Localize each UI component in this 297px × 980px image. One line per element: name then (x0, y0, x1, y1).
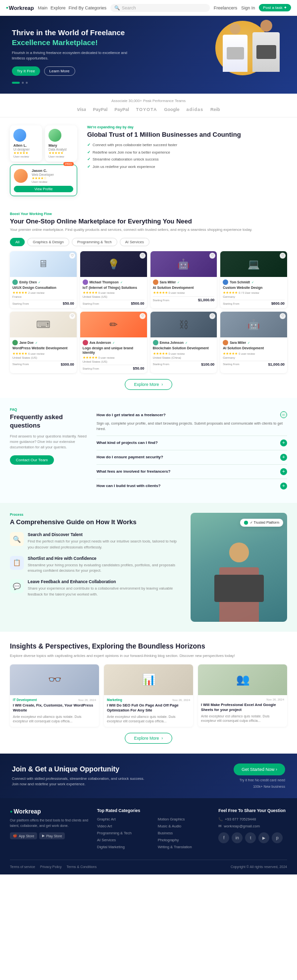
footer-terms-conditions-link[interactable]: Terms & Conditions (67, 865, 97, 869)
learn-more-button[interactable]: Learn More (44, 66, 75, 76)
footer-link-motion[interactable]: Motion Graphics (158, 817, 211, 821)
how-title: A Comprehensive Guide on How It Works (10, 518, 183, 527)
blog-cat-2: Marketing (107, 698, 122, 702)
service-grid-row1: ♡ 🖥 Emily Chen ✓ UI/UX Design Consultati… (10, 251, 287, 308)
insights-explore-button[interactable]: Explore More › (125, 733, 172, 744)
nav-categories[interactable]: Find By Categories (68, 5, 106, 10)
category-tabs: All Graphics & Design Programming & Tech… (10, 238, 287, 246)
step-1-icon: 🔍 (10, 532, 24, 546)
process-tag: Process (10, 513, 183, 516)
service-card-3[interactable]: ♡ 🤖 Sara Miller ✓ AI Solution Developmen… (150, 251, 217, 308)
blog-img-2: 📊 (104, 664, 193, 695)
step-2-title: Shortlist and Hire with Confidence (28, 556, 183, 561)
footer-link-music[interactable]: Music & Audio (158, 824, 211, 828)
nav-explore[interactable]: Explore (50, 5, 66, 10)
footer-terms-link[interactable]: Terms of service (10, 865, 35, 869)
play-store-button[interactable]: ▶ Play Store (39, 832, 65, 839)
social-youtube[interactable]: ▶ (258, 832, 269, 843)
insights-description: Explore diverse topics with captivating … (10, 653, 287, 658)
footer-link-photography[interactable]: Photography (158, 838, 211, 842)
trust-cards: Allen L. Ui designer ★★★★★ User review M… (10, 125, 79, 196)
nav-main[interactable]: Main (38, 5, 48, 10)
footer-privacy-link[interactable]: Privacy Policy (40, 865, 62, 869)
explore-more-button[interactable]: Explore More › (125, 379, 172, 390)
service-card-7[interactable]: ♡ ⛓ Emma Johnson ✓ Blockchain Solution D… (150, 312, 217, 373)
verified-8: ✓ (248, 341, 250, 344)
service-card-5[interactable]: ♡ ⌨ Jane Doe ✓ WordPress Website Develop… (10, 312, 77, 373)
footer-link-business[interactable]: Business (158, 831, 211, 835)
tab-graphics[interactable]: Graphics & Design (27, 238, 69, 246)
price-6: $50.00 (133, 366, 145, 371)
freelancers-dropdown[interactable]: Freelancers (214, 5, 238, 10)
service-card-2[interactable]: ♡ 💡 Michael Thompson ✓ IoT (Internet of … (80, 251, 147, 308)
faq-toggle-1[interactable]: − (280, 411, 287, 418)
dot-1 (12, 82, 20, 84)
footer-link-programming[interactable]: Programming & Tech (97, 831, 150, 835)
post-task-button[interactable]: Post a task ✦ (259, 4, 291, 11)
social-twitter[interactable]: t (245, 832, 256, 843)
trust-section: Allen L. Ui designer ★★★★★ User review M… (0, 117, 297, 204)
trust-title: Global Trust of 1 Million Businesses and… (87, 131, 287, 139)
try-free-button[interactable]: Try It Free (12, 66, 40, 76)
brand-paypal-1: PayPal (93, 107, 108, 112)
footer-link-ai[interactable]: AI Services (97, 838, 150, 842)
tab-all[interactable]: All (10, 238, 25, 246)
faq-toggle-3[interactable]: + (280, 454, 287, 461)
nav-search[interactable]: 🔍 Search (110, 4, 210, 12)
blog-img-1: 👓 (10, 664, 99, 695)
faq-toggle-4[interactable]: + (280, 468, 287, 475)
faq-item-1[interactable]: How do I get started as a freelancer? − … (97, 408, 287, 436)
apple-icon: 🍎 (13, 834, 17, 838)
get-started-button[interactable]: Get Started Now › (234, 763, 285, 775)
faq-question-1: How do I get started as a freelancer? (97, 413, 277, 417)
service-card-1[interactable]: ♡ 🖥 Emily Chen ✓ UI/UX Design Consultati… (10, 251, 77, 308)
faq-item-5[interactable]: How can I build trust with clients? + (97, 479, 287, 493)
avatar-mary (49, 129, 61, 142)
signin-link[interactable]: Sign In (241, 5, 255, 10)
verified-4: ✓ (251, 280, 254, 284)
service-card-8[interactable]: ♡ 🤖 Sara Miller ✓ AI Solution Developmen… (220, 312, 287, 373)
step-3: 💬 Leave Feedback and Enhance Collaborati… (10, 579, 183, 597)
tab-ai[interactable]: AI Services (120, 238, 149, 246)
social-pinterest[interactable]: p (272, 832, 283, 843)
contact-team-button[interactable]: Contact Our Team (10, 455, 54, 465)
blog-card-2[interactable]: 📊 Marketing Nov 26, 2024 I Will Do SEO F… (104, 664, 193, 727)
name-allen: Allen L. (13, 143, 39, 148)
insights-section: Insights & Perspectives, Exploring the B… (0, 632, 297, 754)
faq-toggle-2[interactable]: + (280, 439, 287, 446)
expanding-tag: We're expanding day by day (87, 125, 287, 129)
step-3-text: Leave Feedback and Enhance Collaboration… (28, 579, 183, 597)
cta-left: Join & Get a Unique Opportunity Connect … (12, 765, 228, 787)
social-facebook[interactable]: f (218, 832, 229, 843)
footer-link-graphic-art[interactable]: Graphic Art (97, 817, 150, 821)
social-linkedin[interactable]: in (232, 832, 243, 843)
footer-link-video-art[interactable]: Video Art (97, 824, 150, 828)
step-2-text: Shortlist and Hire with Confidence Strea… (28, 556, 183, 574)
hero-buttons: Try It Free Learn More (12, 66, 136, 76)
faq-toggle-5[interactable]: + (280, 483, 287, 490)
brand-adidas: adidas (186, 107, 203, 112)
check-icon-3: ✓ (87, 157, 91, 162)
blog-card-3[interactable]: 👥 Nov 26, 2024 I Will Make Professional … (198, 664, 287, 727)
nav-logo[interactable]: ● Workreap (6, 5, 34, 11)
app-store-button[interactable]: 🍎 App Store (10, 832, 37, 839)
footer-link-digital-marketing[interactable]: Digital Marketing (97, 845, 150, 849)
title-2: IoT (Internet of Things) Solutions (83, 286, 145, 290)
faq-item-2[interactable]: What kind of projects can I find? + (97, 436, 287, 450)
view-profile-button[interactable]: View Profile (14, 186, 73, 192)
footer-copyright: Copyright © All rights reserved, 2024 (231, 865, 287, 869)
service-card-4[interactable]: ♡ 💻 Tom Schmidt ✓ Custom Website Design … (220, 251, 287, 308)
faq-left: FAQ Frequently asked questions Find answ… (10, 408, 87, 493)
step-2: 📋 Shortlist and Hire with Confidence Str… (10, 556, 183, 574)
blog-card-1[interactable]: 👓 IT Development Nov 26, 2024 I Will Cre… (10, 664, 99, 727)
location-2: United States (US) (83, 295, 145, 298)
price-3: $1,000.00 (198, 298, 214, 302)
tab-programming[interactable]: Programming & Tech (72, 238, 117, 246)
blog-date-2: Nov 26, 2024 (172, 699, 190, 702)
service-card-6[interactable]: ♡ ✏ Ava Anderson ✓ Logo design and uniqu… (80, 312, 147, 373)
step-3-desc: Share your experience and contribute to … (28, 586, 183, 597)
faq-item-4[interactable]: What fees are involved for freelancers? … (97, 465, 287, 479)
footer-link-writing[interactable]: Writing & Translation (158, 845, 211, 849)
faq-item-3[interactable]: How do I ensure payment security? + (97, 450, 287, 465)
footer-more-title (158, 808, 211, 813)
